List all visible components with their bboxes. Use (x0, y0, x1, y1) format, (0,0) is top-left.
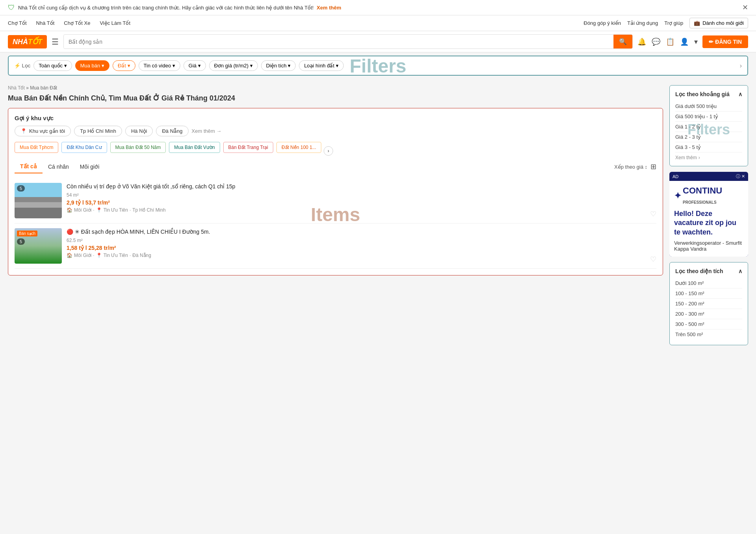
region-chip-nearby[interactable]: 📍 Khu vực gần tôi (15, 126, 71, 136)
listing-2-area: 62.5 m² (67, 238, 645, 243)
listing-2-heart-button[interactable]: ♡ (650, 255, 656, 264)
region-see-more[interactable]: Xem thêm → (192, 128, 222, 134)
area-filter-option-2[interactable]: 150 - 200 m² (675, 299, 742, 309)
tab-ca-nhan[interactable]: Cá nhân (43, 160, 74, 173)
dropdown-icon[interactable]: ▾ (694, 37, 698, 46)
listing-1-title[interactable]: Còn nhiều vị trí đẹp ở Võ Văn Kiệt giá t… (67, 183, 645, 191)
breadcrumb-nha-tot[interactable]: Nhà Tốt (8, 85, 25, 91)
header: NHÀTỐT ☰ 🔍 🔔 💬 📋 👤 ▾ ✏ ĐĂNG TIN (0, 31, 756, 52)
top-banner-close-icon[interactable]: ✕ (742, 3, 748, 12)
cat-chip-4[interactable]: Bán Đất Trang Trại (223, 142, 273, 153)
search-button[interactable]: 🔍 (613, 35, 632, 48)
filter-loai-hinh-dat[interactable]: Loại hình đất ▾ (299, 60, 343, 71)
filter-dat[interactable]: Đất ▾ (113, 60, 135, 71)
notification-icon[interactable]: 🔔 (637, 37, 646, 46)
area-filter-option-5[interactable]: Trên 500 m² (675, 329, 742, 339)
top-banner-content: 🛡 Nhà Tốt chỉ cung cấp dịch vụ & chương … (8, 4, 341, 12)
region-chip-hcm[interactable]: Tp Hồ Chí Minh (74, 126, 122, 136)
price-filter-option-1[interactable]: Giá 500 triệu - 1 tỷ (675, 112, 742, 122)
region-chip-hanoi[interactable]: Hà Nội (125, 126, 153, 136)
sort-controls: Xếp theo giá ↕ ⊞ (614, 162, 656, 171)
nav-item-viec-lam-tot[interactable]: Việc Làm Tốt (100, 20, 130, 26)
listing-2-meta: 🏠 Môi Giới · 📍 Tin Ưu Tiên · Đà Nẵng (67, 253, 645, 258)
filter-don-gia[interactable]: Đơn giá (tr/m2) ▾ (209, 60, 258, 71)
nav-item-cho-tot-xe[interactable]: Chợ Tốt Xe (64, 20, 90, 26)
nav-tro-giup[interactable]: Trợ giúp (664, 20, 683, 26)
listing-item: 5 Còn nhiều vị trí đẹp ở Võ Văn Kiệt giá… (15, 178, 656, 223)
message-icon[interactable]: 💬 (652, 37, 660, 46)
nav-bar: Chợ Tốt Nhà Tốt Chợ Tốt Xe Việc Làm Tốt … (0, 15, 756, 31)
region-chip-danang[interactable]: Đà Nẵng (156, 126, 188, 136)
listing-2-image: Bán sạch 5 (15, 228, 62, 264)
filter-toan-quoc[interactable]: Toàn quốc ▾ (33, 60, 72, 71)
saved-icon[interactable]: 📋 (666, 37, 674, 46)
hamburger-icon[interactable]: ☰ (52, 37, 59, 47)
area-filter-option-0[interactable]: Dưới 100 m² (675, 278, 742, 288)
listing-item: Bán sạch 5 🔴 ✳ Đất sạch đẹp HÒA MINH, LI… (15, 223, 656, 269)
nav-dong-gop[interactable]: Đóng góp ý kiến (584, 20, 621, 26)
area-filter-option-1[interactable]: 100 - 150 m² (675, 288, 742, 299)
filter-label[interactable]: ⚡ Lọc (14, 63, 30, 69)
sort-button[interactable]: Xếp theo giá ↕ (614, 164, 647, 170)
nav-tai-ung-dung[interactable]: Tải ứng dụng (627, 20, 658, 26)
filter-gia[interactable]: Giá ▾ (183, 60, 206, 71)
see-more-icon: › (699, 155, 700, 160)
nav-item-nha-tot[interactable]: Nhà Tốt (36, 20, 55, 26)
header-icons: 🔔 💬 📋 👤 ▾ (637, 37, 698, 46)
listing-2-info: 🔴 ✳ Đất sạch đẹp HÒA MINH, LIÊN CHIỀU I … (67, 228, 645, 264)
tabs-row: Tất cả Cá nhân Môi giới Xếp theo giá ↕ ⊞ (15, 160, 656, 173)
ad-info-icon[interactable]: ⓘ (736, 174, 740, 179)
listing-1-heart-button[interactable]: ♡ (650, 210, 656, 218)
shield-icon: 🛡 (8, 4, 15, 12)
cat-chip-5[interactable]: Đất Nền 100 1... (276, 142, 321, 153)
price-filter-option-4[interactable]: Giá 3 - 5 tỷ (675, 142, 742, 153)
listing-1-info: Còn nhiều vị trí đẹp ở Võ Văn Kiệt giá t… (67, 183, 645, 218)
price-filter-option-3[interactable]: Giá 2 - 3 tỷ (675, 132, 742, 142)
tab-moi-gioi[interactable]: Môi giới (74, 160, 105, 173)
price-filter-option-0[interactable]: Giá dưới 500 triệu (675, 101, 742, 112)
filter-tin-co-video[interactable]: Tin có video ▾ (139, 60, 180, 71)
listing-1-price: 2,9 tỷ l 53,7 tr/m² (67, 199, 645, 206)
area-filter-option-3[interactable]: 200 - 300 m² (675, 309, 742, 319)
price-filter-see-more[interactable]: Xem thêm › (675, 155, 742, 160)
listing-1-area: 54 m² (67, 192, 645, 198)
listing-2-title[interactable]: 🔴 ✳ Đất sạch đẹp HÒA MINH, LIÊN CHIỀU I … (67, 228, 645, 236)
area-filter-title: Lọc theo diện tích ∧ (675, 268, 742, 274)
price-filter-panel: Lọc theo khoảng giá ∧ Giá dưới 500 triệu… (669, 85, 748, 166)
nha-tot-logo[interactable]: NHÀTỐT (8, 35, 47, 48)
listing-2-badge: Bán sạch (17, 231, 37, 236)
area-filter-chevron[interactable]: ∧ (738, 268, 742, 274)
filter-mua-ban[interactable]: Mua bán ▾ (75, 60, 109, 71)
price-filter-option-2[interactable]: Giá 1 - 2 tỷ (675, 122, 742, 132)
category-scroll: Mua Đất Tphcm Đất Khu Dân Cư Mua Bán Đất… (15, 142, 321, 154)
top-banner-link[interactable]: Xem thêm (317, 5, 341, 11)
cat-chip-2[interactable]: Mua Bán Đất 50 Năm (110, 142, 166, 153)
cat-scroll-next-icon[interactable]: › (324, 146, 333, 156)
listing-1-img-count: 5 (17, 185, 25, 192)
user-icon[interactable]: 👤 (680, 37, 689, 46)
nav-item-cho-tot[interactable]: Chợ Tốt (8, 20, 27, 26)
ad-sub-text: Verwerkingsoperator - Smurfit Kappa Vand… (674, 240, 743, 252)
danh-cho-moi-gioi-button[interactable]: 💼 Dành cho môi giới (689, 18, 748, 28)
ad-top-bar: AD ⓘ ✕ (669, 172, 748, 181)
price-filter-title: Lọc theo khoảng giá ∧ (675, 91, 742, 97)
listing-1-meta: 🏠 Môi Giới · 📍 Tin Ưu Tiên · Tp Hồ Chí M… (67, 207, 645, 213)
filter-bar-chevron-right[interactable]: › (740, 62, 742, 69)
grid-view-button[interactable]: ⊞ (650, 162, 656, 171)
trust-icon: 📍 (96, 207, 102, 213)
cat-chip-0[interactable]: Mua Đất Tphcm (15, 142, 58, 153)
breadcrumb: Nhà Tốt » Mua bán Đất (8, 85, 663, 91)
breadcrumb-mua-ban-dat: Mua bán Đất (30, 85, 57, 91)
tab-tat-ca[interactable]: Tất cả (15, 160, 43, 173)
ad-close-icon[interactable]: ✕ (741, 174, 745, 179)
dang-tin-button[interactable]: ✏ ĐĂNG TIN (702, 35, 748, 48)
search-input[interactable] (64, 35, 613, 48)
cat-chip-3[interactable]: Mua Bán Đất Vườn (169, 142, 220, 153)
area-filter-option-4[interactable]: 300 - 500 m² (675, 319, 742, 329)
trust-icon-2: 📍 (96, 253, 102, 258)
filter-dien-tich[interactable]: Diện tích ▾ (261, 60, 296, 71)
listing-1-image: 5 (15, 183, 62, 218)
listing-2-price: 1,58 tỷ l 25,28 tr/m² (67, 245, 645, 251)
price-filter-chevron[interactable]: ∧ (738, 91, 742, 97)
cat-chip-1[interactable]: Đất Khu Dân Cư (61, 142, 107, 153)
